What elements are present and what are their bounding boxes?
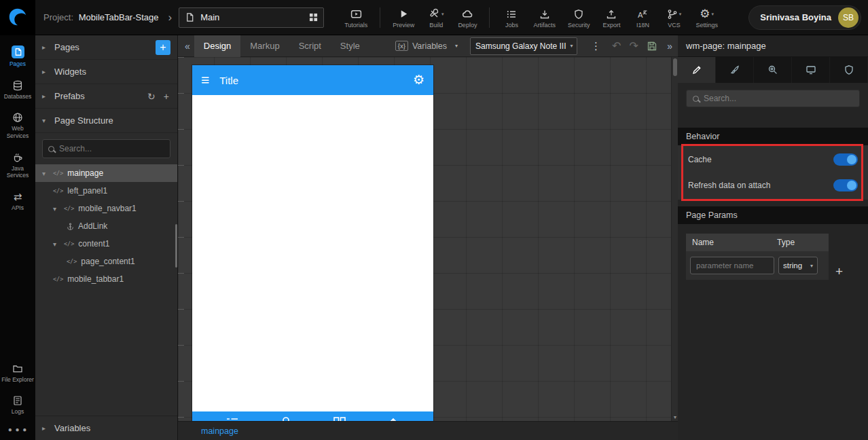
mobile-navbar1-caret-icon[interactable]: ▾ xyxy=(53,205,60,213)
rail-item-web-services[interactable]: Web Services xyxy=(0,106,35,145)
preview-button[interactable]: Preview xyxy=(387,5,420,30)
tab-styles[interactable] xyxy=(716,57,754,83)
pages-caret-icon[interactable]: ▸ xyxy=(42,43,49,51)
build-button[interactable]: ▾ Build xyxy=(421,5,451,30)
tabbar-arrow-up-icon[interactable] xyxy=(386,416,401,421)
deploy-button[interactable]: Deploy xyxy=(452,5,482,30)
mobile-navbar-gear-icon[interactable]: ⚙ xyxy=(413,73,424,87)
mobile-navbar[interactable]: ≡ Title ⚙ xyxy=(192,65,433,95)
tabbar-list-icon[interactable] xyxy=(225,416,240,421)
device-select[interactable]: Samsung Galaxy Note III ▾ xyxy=(470,37,577,55)
tab-style[interactable]: Style xyxy=(331,35,369,57)
behavior-section-title: Behavior xyxy=(686,132,719,141)
section-page-structure[interactable]: ▾ Page Structure xyxy=(35,109,177,133)
tab-markup[interactable]: Markup xyxy=(240,35,289,57)
project-chevron-icon[interactable]: › xyxy=(168,11,173,24)
param-name-input[interactable] xyxy=(690,257,774,274)
jobs-button[interactable]: Jobs xyxy=(496,5,526,30)
section-pages[interactable]: ▸ Pages + xyxy=(35,35,177,60)
cache-toggle[interactable] xyxy=(833,153,858,166)
redo-button[interactable]: ↷ xyxy=(629,39,638,52)
mobile-navbar-title[interactable]: Title xyxy=(219,75,413,86)
tree-item-mobile-tabbar1[interactable]: </> mobile_tabbar1 xyxy=(35,270,177,288)
variables-button[interactable]: {x} Variables ▾ xyxy=(395,41,458,51)
tab-search-properties[interactable] xyxy=(754,57,792,83)
tabbar-user-icon[interactable] xyxy=(278,416,293,421)
section-variables[interactable]: ▸ Variables xyxy=(35,416,177,440)
widgets-caret-icon[interactable]: ▸ xyxy=(42,68,49,75)
app-logo[interactable] xyxy=(0,0,35,35)
build-caret-icon[interactable]: ▾ xyxy=(441,12,444,17)
rail-item-file-explorer[interactable]: File Explorer xyxy=(0,357,35,390)
rail-item-databases[interactable]: Databases xyxy=(0,74,35,107)
panel-spacer xyxy=(678,200,868,206)
anchor-link-icon xyxy=(67,223,74,230)
tabbar-grid-icon[interactable] xyxy=(332,416,347,421)
vcs-caret-icon[interactable]: ▾ xyxy=(679,12,682,17)
content1-caret-icon[interactable]: ▾ xyxy=(53,240,60,248)
i18n-button[interactable]: A I18N xyxy=(628,5,657,30)
prefabs-refresh-icon[interactable]: ↻ xyxy=(146,91,157,102)
security-button[interactable]: Security xyxy=(562,5,596,30)
tree-item-page-content1[interactable]: </> page_content1 xyxy=(35,253,177,270)
rail-item-apis[interactable]: ⇄ APIs xyxy=(0,185,35,218)
tree-item-mainpage[interactable]: ▾ </> mainpage xyxy=(35,164,177,182)
settings-button[interactable]: ⚙ ▾ Settings xyxy=(690,5,723,30)
vcs-button[interactable]: ▾ VCS xyxy=(659,5,689,30)
rail-item-logs[interactable]: Logs xyxy=(0,389,35,422)
scroll-down-arrow-icon[interactable]: ▼ xyxy=(672,415,678,420)
tree-item-mobile-navbar1[interactable]: ▾ </> mobile_navbar1 xyxy=(35,200,177,217)
rail-item-pages[interactable]: Pages xyxy=(0,39,35,74)
structure-search[interactable] xyxy=(42,139,170,158)
artifacts-button[interactable]: Artifacts xyxy=(528,5,561,30)
tutorials-button[interactable]: Tutorials xyxy=(339,5,373,30)
rail-item-java-services[interactable]: Java Services xyxy=(0,146,35,185)
save-button[interactable] xyxy=(647,41,657,52)
structure-search-input[interactable] xyxy=(59,144,164,153)
page-params-section-header[interactable]: Page Params xyxy=(678,206,868,224)
add-param-button[interactable]: + xyxy=(834,265,844,280)
tab-properties[interactable] xyxy=(678,57,716,83)
mobile-tabbar[interactable] xyxy=(192,411,433,421)
properties-search-input[interactable] xyxy=(704,94,853,103)
section-widgets[interactable]: ▸ Widgets xyxy=(35,60,177,84)
param-type-select[interactable]: string ▾ xyxy=(778,257,818,274)
variables-caret-icon[interactable]: ▸ xyxy=(42,424,49,432)
prefabs-add-icon[interactable]: + xyxy=(162,91,170,102)
prefabs-caret-icon[interactable]: ▸ xyxy=(42,92,49,100)
canvas-scrollbar[interactable]: ▼ xyxy=(671,57,678,421)
mobile-preview[interactable]: ≡ Title ⚙ xyxy=(192,65,433,421)
refresh-data-toggle[interactable] xyxy=(833,179,858,191)
grid-view-icon[interactable] xyxy=(309,13,318,22)
explorer-scrollbar-thumb[interactable] xyxy=(175,224,177,268)
design-canvas[interactable]: ≡ Title ⚙ ▼ xyxy=(178,57,678,421)
user-menu[interactable]: Srinivasa Boyina SB xyxy=(748,5,861,30)
tree-item-content1[interactable]: ▾ </> content1 xyxy=(35,235,177,253)
tab-security[interactable] xyxy=(830,57,868,83)
page-selector[interactable]: Main xyxy=(179,7,324,28)
tab-design[interactable]: Design xyxy=(194,35,240,57)
collapse-right-panel-icon[interactable]: » xyxy=(664,41,675,52)
section-prefabs[interactable]: ▸ Prefabs ↻ + xyxy=(35,84,177,109)
rail-label-web-services: Web Services xyxy=(1,125,34,139)
canvas-scrollbar-thumb[interactable] xyxy=(673,58,677,76)
settings-caret-icon[interactable]: ▾ xyxy=(712,12,715,17)
collapse-left-panel-icon[interactable]: « xyxy=(181,41,194,52)
editor-area: « Design Markup Script Style {x} Variabl… xyxy=(178,35,678,440)
properties-search[interactable] xyxy=(686,90,860,107)
hamburger-menu-icon[interactable]: ≡ xyxy=(201,73,209,87)
behavior-section-header[interactable]: Behavior xyxy=(678,128,868,145)
toolbar-divider xyxy=(380,7,380,28)
tab-script[interactable]: Script xyxy=(289,35,331,57)
tree-item-addlink[interactable]: AddLink xyxy=(35,217,177,235)
rail-more-button[interactable]: ● ● ● xyxy=(0,422,35,440)
tab-device[interactable] xyxy=(792,57,830,83)
page-structure-caret-icon[interactable]: ▾ xyxy=(42,117,49,124)
export-button[interactable]: Export xyxy=(596,5,626,30)
more-options-kebab-icon[interactable]: ⋮ xyxy=(588,40,604,52)
add-page-button[interactable]: + xyxy=(156,40,170,55)
open-page-tab-mainpage[interactable]: mainpage xyxy=(201,426,238,436)
undo-button[interactable]: ↶ xyxy=(612,39,621,52)
mainpage-caret-icon[interactable]: ▾ xyxy=(42,170,49,177)
tree-item-left-panel1[interactable]: </> left_panel1 xyxy=(35,182,177,200)
